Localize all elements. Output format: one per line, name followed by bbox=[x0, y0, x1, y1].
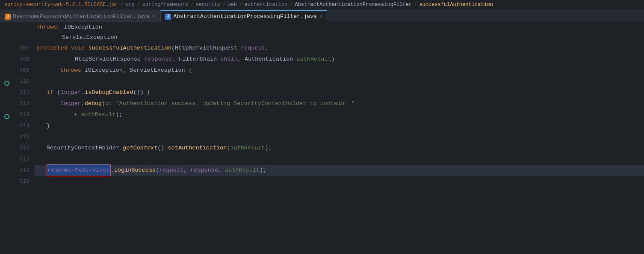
gutter-row-307b bbox=[3, 33, 11, 44]
gutter-row-311 bbox=[3, 78, 11, 89]
class-SecurityContextHolder: SecurityContextHolder bbox=[47, 143, 119, 154]
code-line-318: rememberMeServices . loginSuccess ( requ… bbox=[35, 165, 644, 176]
ln-314: 314 bbox=[11, 120, 30, 131]
ln-316: 316 bbox=[11, 143, 30, 154]
param-label-o: o: bbox=[105, 98, 112, 109]
tab-abstract-filter[interactable]: J AbstractAuthenticationProcessingFilter… bbox=[160, 10, 327, 22]
kw-protected: protected bbox=[36, 43, 68, 54]
param-response: response bbox=[144, 54, 172, 65]
method-isDebugEnabled: isDebugEnabled bbox=[85, 87, 133, 98]
var-rememberMeServices-highlighted: rememberMeServices bbox=[47, 164, 111, 176]
field-logger-2: logger bbox=[60, 98, 81, 109]
gutter-row-317 bbox=[3, 144, 11, 155]
ln-throws bbox=[11, 22, 30, 43]
tab-close-username[interactable]: × bbox=[152, 14, 155, 19]
throws-dash: – bbox=[106, 24, 109, 30]
param-request-318: request bbox=[159, 165, 183, 176]
ln-318: 318 bbox=[11, 165, 30, 176]
breakpoint-314 bbox=[4, 114, 9, 119]
code-line-316: SecurityContextHolder . getContext (). s… bbox=[35, 143, 644, 154]
ln-309: 309 bbox=[11, 65, 30, 76]
gutter-row-315 bbox=[3, 122, 11, 133]
param-request: request bbox=[241, 43, 265, 54]
bc-authentication: authentication bbox=[244, 2, 287, 8]
bc-jar: spring-security-web-5.2.1.RELEASE.jar bbox=[4, 2, 118, 8]
gutter-row-307 bbox=[3, 22, 11, 33]
type-Authentication: Authentication bbox=[245, 54, 293, 65]
ln-308: 308 bbox=[11, 54, 30, 65]
code-line-308: HttpServletResponse response , FilterCha… bbox=[35, 54, 644, 65]
ln-313: 313 bbox=[11, 109, 30, 120]
code-line-315 bbox=[35, 131, 644, 143]
code-line-312: logger . debug ( o: "Authentication succ… bbox=[35, 98, 644, 109]
gutter-row-312 bbox=[3, 89, 11, 100]
gutter-icons bbox=[3, 22, 11, 254]
gutter-row-313 bbox=[3, 100, 11, 111]
method-successfulAuthentication: successfulAuthentication bbox=[89, 43, 171, 54]
code-line-314: } bbox=[35, 120, 644, 131]
bc-web: web bbox=[228, 2, 237, 8]
tab-icon-java: J bbox=[5, 14, 11, 20]
method-debug: debug bbox=[85, 98, 102, 109]
method-getContext: getContext bbox=[123, 143, 157, 154]
code-line-317 bbox=[35, 154, 644, 165]
bc-class: AbstractAuthenticationProcessingFilter bbox=[295, 2, 412, 8]
param-response-318: response bbox=[190, 165, 218, 176]
gutter-row-310 bbox=[3, 67, 11, 78]
close-brace-314: } bbox=[47, 120, 50, 131]
bc-springframework: springframework bbox=[142, 2, 188, 8]
bc-org: org bbox=[126, 2, 135, 8]
bc-security: security bbox=[196, 2, 221, 8]
type-HttpServletRequest: HttpServletRequest bbox=[175, 43, 237, 54]
code-line-307: protected void successfulAuthentication … bbox=[35, 43, 644, 54]
type-HttpServletResponse: HttpServletResponse bbox=[75, 54, 141, 65]
code-content: Throws: IOException – ServletException p… bbox=[35, 22, 644, 254]
kw-throws: throws bbox=[60, 65, 81, 76]
tabs-bar: J UsernamePasswordAuthenticationFilter.j… bbox=[0, 9, 644, 22]
throws-keyword: Throws: bbox=[36, 24, 61, 30]
breadcrumb-bar: spring-security-web-5.2.1.RELEASE.jar / … bbox=[0, 0, 644, 9]
kw-if: if bbox=[47, 87, 53, 98]
ln-307: 307 bbox=[11, 43, 30, 54]
param-chain: chain bbox=[220, 54, 238, 65]
throws-servletexception: ServletException bbox=[62, 34, 118, 41]
kw-void: void bbox=[71, 43, 85, 54]
code-line-319 bbox=[35, 176, 644, 187]
string-auth-success: "Authentication success. Updating Securi… bbox=[116, 98, 355, 109]
code-line-309: throws IOException, ServletException { bbox=[35, 65, 644, 76]
gutter-row-318 bbox=[3, 155, 11, 166]
ln-317: 317 bbox=[11, 154, 30, 165]
ln-312: 312 bbox=[11, 98, 30, 109]
method-loginSuccess: loginSuccess bbox=[114, 165, 156, 176]
breakpoint-311 bbox=[4, 81, 9, 86]
throws-ioexception: IOException bbox=[64, 24, 102, 30]
gutter-row-309 bbox=[3, 55, 11, 67]
tab-icon-java-active: J bbox=[165, 14, 171, 20]
line-numbers: 307 308 309 310 311 312 313 314 315 316 … bbox=[11, 22, 35, 254]
throws-area: Throws: IOException – ServletException bbox=[35, 22, 644, 43]
gutter-row-316 bbox=[3, 133, 11, 144]
ln-319: 319 bbox=[11, 176, 30, 187]
tab-close-abstract[interactable]: × bbox=[319, 14, 322, 19]
gutter-row-314 bbox=[3, 111, 11, 122]
tab-label-abstract: AbstractAuthenticationProcessingFilter.j… bbox=[173, 13, 316, 20]
gutter-row-319 bbox=[3, 166, 11, 178]
ln-311: 311 bbox=[11, 87, 30, 98]
tab-username-filter[interactable]: J UsernamePasswordAuthenticationFilter.j… bbox=[0, 10, 160, 22]
code-line-310 bbox=[35, 76, 644, 87]
method-setAuthentication: setAuthentication bbox=[168, 143, 227, 154]
ln-315: 315 bbox=[11, 131, 30, 143]
param-authResult-318: authResult bbox=[225, 165, 260, 176]
tab-label-username: UsernamePasswordAuthenticationFilter.jav… bbox=[13, 13, 150, 20]
editor-area: 307 308 309 310 311 312 313 314 315 316 … bbox=[0, 22, 644, 254]
field-logger: logger bbox=[60, 87, 81, 98]
param-authResult-316: authResult bbox=[230, 143, 265, 154]
code-line-313: + authResult ); bbox=[35, 109, 644, 120]
gutter-row-308 bbox=[3, 44, 11, 55]
param-authResult-308: authResult bbox=[297, 54, 331, 65]
var-authResult-313: authResult bbox=[81, 109, 115, 120]
code-line-311: if ( logger . isDebugEnabled ()) { bbox=[35, 87, 644, 98]
type-FilterChain: FilterChain bbox=[179, 54, 217, 65]
bc-method: successfulAuthentication bbox=[419, 2, 493, 8]
ln-310: 310 bbox=[11, 76, 30, 87]
